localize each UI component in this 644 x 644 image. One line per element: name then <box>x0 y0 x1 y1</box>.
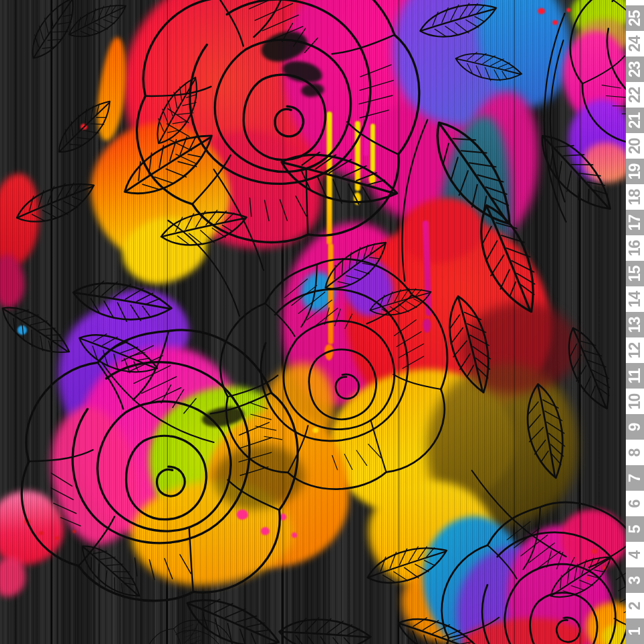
ruler-number: 6 <box>627 499 643 508</box>
rose-line-art <box>0 0 644 644</box>
ruler-number: 15 <box>627 266 643 282</box>
ruler-number: 1 <box>627 627 643 635</box>
ruler-cell-3: 3 <box>626 567 644 593</box>
leaf-lineart <box>363 540 451 590</box>
leaf-lineart <box>0 294 76 366</box>
rose-lineart-bottom-right <box>433 494 644 644</box>
ruler: 2524232221201918171615141312111098765432… <box>626 0 644 644</box>
ruler-cell-8: 8 <box>626 440 644 465</box>
ruler-number: 14 <box>627 291 643 307</box>
ruler-number: 19 <box>627 163 643 179</box>
leaf-lineart <box>64 0 132 44</box>
ruler-cell-25: 25 <box>626 5 644 31</box>
ruler-number: 18 <box>627 189 643 205</box>
ruler-cell-17: 17 <box>626 210 644 235</box>
leaf-lineart <box>452 44 524 89</box>
ruler-cell-19: 19 <box>626 159 644 184</box>
ruler-cell-2: 2 <box>626 593 644 618</box>
ruler-number: 9 <box>627 423 643 431</box>
ruler-number: 23 <box>627 61 643 77</box>
ruler-number: 10 <box>627 393 643 409</box>
leaf-lineart <box>561 322 618 415</box>
leaf-lineart <box>70 272 175 331</box>
ruler-number: 21 <box>627 112 643 128</box>
leaf-lineart <box>74 534 147 608</box>
leaf-lineart <box>49 94 121 161</box>
ruler-number: 4 <box>627 551 643 559</box>
leaf-lineart <box>21 0 86 65</box>
ruler-cell-1: 1 <box>626 618 644 644</box>
rose-lineart-top <box>120 0 438 263</box>
ruler-cell-12: 12 <box>626 337 644 363</box>
leaf-lineart <box>145 72 210 150</box>
ruler-cell-9: 9 <box>626 414 644 440</box>
ruler-number: 5 <box>627 525 643 533</box>
leaf-lineart <box>530 122 620 223</box>
ruler-cell-18: 18 <box>626 184 644 210</box>
leaf-lineart <box>524 382 569 480</box>
ruler-number: 25 <box>627 10 643 26</box>
rose-lineart-bottom-left <box>8 312 311 616</box>
ruler-cell-10: 10 <box>626 389 644 414</box>
ruler-cell-20: 20 <box>626 133 644 159</box>
ruler-number: 16 <box>627 240 643 256</box>
leaf-lineart <box>443 292 497 397</box>
ruler-cell-15: 15 <box>626 261 644 286</box>
ruler-cell-16: 16 <box>626 235 644 261</box>
ruler-number: 20 <box>627 138 643 154</box>
leaf-lineart <box>278 612 372 644</box>
fabric-pattern-preview: 2524232221201918171615141312111098765432… <box>0 0 644 644</box>
ruler-number: 3 <box>627 576 643 584</box>
rose-lineart-middle <box>210 249 460 500</box>
ruler-number: 13 <box>627 317 643 333</box>
ruler-cell-7: 7 <box>626 465 644 491</box>
ruler-number: 11 <box>627 368 643 383</box>
ruler-cell-24: 24 <box>626 31 644 56</box>
ruler-number: 2 <box>627 602 643 610</box>
leaf-lineart <box>393 606 486 644</box>
ruler-cell-13: 13 <box>626 312 644 337</box>
ruler-number: 17 <box>627 214 643 231</box>
ruler-cell-14: 14 <box>626 286 644 312</box>
ruler-number: 22 <box>627 87 643 103</box>
ruler-number: 24 <box>627 36 643 52</box>
ruler-cell-6: 6 <box>626 491 644 516</box>
ruler-cell-5: 5 <box>626 516 644 542</box>
ruler-cell-23: 23 <box>626 56 644 82</box>
ruler-cell-11: 11 <box>626 363 644 389</box>
ruler-cell-4: 4 <box>626 542 644 567</box>
ruler-number: 7 <box>627 474 643 482</box>
leaf-lineart <box>317 234 395 298</box>
leaf-lineart <box>423 109 524 238</box>
leaf-lineart <box>417 0 501 43</box>
ruler-cell-partial <box>626 0 644 5</box>
leaf-lineart <box>276 137 403 220</box>
ruler-number: 12 <box>627 342 643 358</box>
leaf-lineart <box>159 206 249 250</box>
ruler-number: 8 <box>627 448 643 456</box>
ruler-cell-21: 21 <box>626 108 644 133</box>
ruler-cell-22: 22 <box>626 82 644 108</box>
leaf-lineart <box>11 175 100 230</box>
